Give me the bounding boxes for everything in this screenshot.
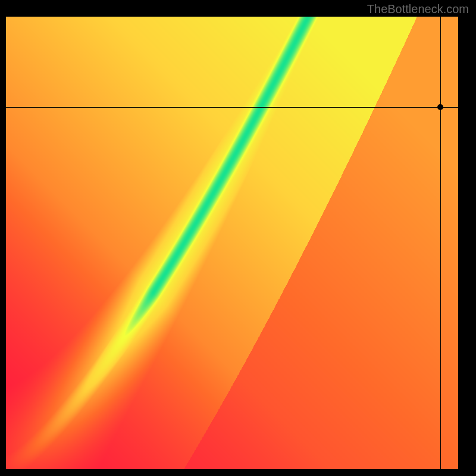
crosshair-horizontal <box>6 107 458 108</box>
heatmap-canvas <box>6 17 458 469</box>
heatmap-plot <box>6 17 458 469</box>
data-point-marker <box>437 104 443 110</box>
crosshair-vertical <box>440 17 441 469</box>
watermark-text: TheBottleneck.com <box>367 2 469 16</box>
